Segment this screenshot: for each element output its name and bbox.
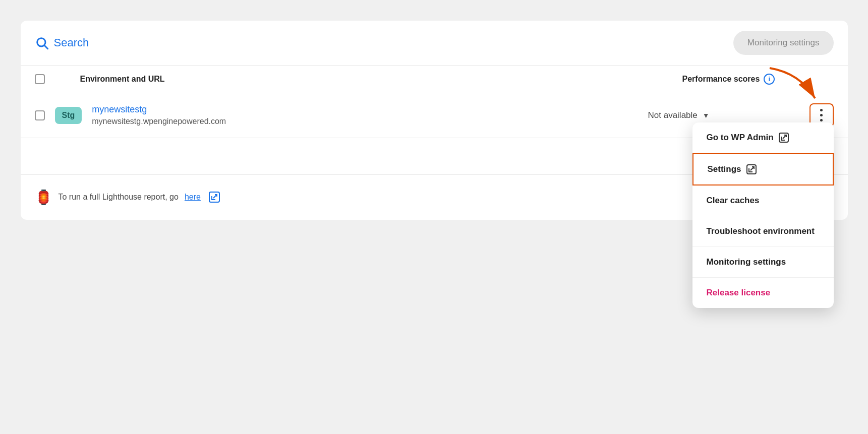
table-row-wrapper: Stg mynewsitestg mynewsitestg.wpenginepo… — [21, 93, 848, 138]
clear-caches-label: Clear caches — [707, 196, 760, 206]
svg-line-4 — [783, 135, 786, 139]
svg-line-1 — [44, 45, 47, 48]
dropdown-item-wp-admin[interactable]: Go to WP Admin — [692, 122, 834, 153]
dropdown-item-release-license[interactable]: Release license — [692, 278, 834, 308]
dot-3 — [820, 119, 823, 121]
footer-text: To run a full Lighthouse report, go — [59, 193, 179, 202]
select-all-checkbox[interactable] — [35, 74, 45, 84]
row-checkbox[interactable] — [35, 110, 45, 120]
lighthouse-link[interactable]: here — [185, 193, 201, 202]
env-link[interactable]: mynewsitestg — [92, 104, 638, 115]
chevron-down-icon[interactable]: ▼ — [703, 111, 710, 119]
dot-1 — [820, 109, 823, 111]
search-label: Search — [54, 36, 89, 49]
col-env-label: Environment and URL — [55, 75, 672, 84]
search-icon — [35, 36, 49, 50]
external-link-icon-settings — [746, 164, 757, 174]
dropdown-item-settings[interactable]: Settings — [692, 153, 834, 185]
monitoring-settings-label: Monitoring settings — [707, 257, 786, 267]
dropdown-item-clear-caches[interactable]: Clear caches — [692, 185, 834, 216]
monitoring-settings-button[interactable]: Monitoring settings — [733, 31, 834, 55]
dropdown-item-troubleshoot[interactable]: Troubleshoot environment — [692, 216, 834, 247]
external-link-icon-wp-admin — [779, 133, 789, 143]
perf-info-icon[interactable]: i — [764, 74, 775, 85]
env-url: mynewsitestg.wpenginepowered.com — [92, 117, 638, 126]
release-license-label: Release license — [707, 288, 771, 298]
troubleshoot-label: Troubleshoot environment — [707, 226, 815, 236]
dot-2 — [820, 114, 823, 116]
dropdown-item-monitoring-settings[interactable]: Monitoring settings — [692, 247, 834, 278]
col-perf-label: Performance scores i — [682, 74, 834, 85]
svg-line-6 — [213, 195, 217, 198]
settings-label: Settings — [708, 164, 741, 174]
svg-line-5 — [750, 167, 754, 170]
table-header: Environment and URL Performance scores i — [21, 66, 848, 93]
go-to-wp-admin-label: Go to WP Admin — [707, 133, 774, 143]
header-row: Search Monitoring settings — [21, 21, 848, 66]
footer-external-link-icon — [209, 192, 220, 203]
dropdown-menu: Go to WP Admin Settings — [692, 122, 834, 308]
perf-cell: Not available ▼ — [648, 110, 799, 120]
env-badge: Stg — [55, 107, 82, 124]
search-button[interactable]: Search — [35, 36, 89, 50]
env-info: mynewsitestg mynewsitestg.wpenginepowere… — [92, 104, 638, 126]
lighthouse-icon: 🏮 — [35, 189, 52, 206]
